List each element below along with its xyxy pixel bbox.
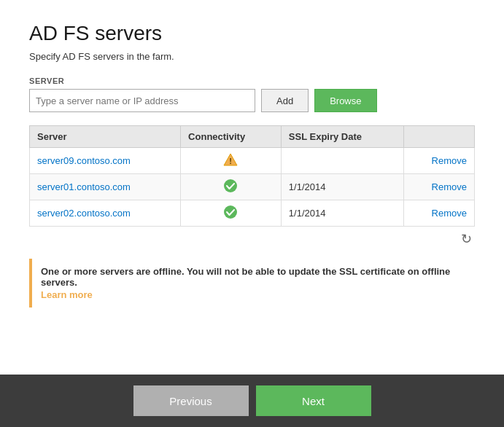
- ok-icon: [223, 179, 238, 193]
- cell-connectivity: !: [181, 148, 282, 174]
- table-row: server01.contoso.com1/1/2014Remove: [30, 174, 475, 200]
- server-input-row: Add Browse: [29, 89, 475, 112]
- warning-icon: !: [223, 152, 238, 167]
- main-content: AD FS servers Specify AD FS servers in t…: [0, 0, 504, 375]
- server-input[interactable]: [29, 89, 255, 112]
- browse-button[interactable]: Browse: [314, 89, 376, 112]
- cell-connectivity: [181, 200, 282, 227]
- cell-remove: Remove: [404, 148, 475, 174]
- cell-connectivity: [181, 174, 282, 200]
- footer: Previous Next: [0, 375, 504, 427]
- server-link[interactable]: server02.contoso.com: [37, 208, 131, 219]
- table-row: server02.contoso.com1/1/2014Remove: [30, 200, 475, 227]
- remove-link[interactable]: Remove: [432, 181, 467, 192]
- col-server: Server: [30, 126, 181, 148]
- previous-button[interactable]: Previous: [133, 385, 249, 416]
- cell-server: server09.contoso.com: [30, 148, 181, 174]
- cell-remove: Remove: [404, 174, 475, 200]
- cell-server: server02.contoso.com: [30, 200, 181, 227]
- warning-text: One or more servers are offline. You wil…: [41, 266, 450, 288]
- remove-link[interactable]: Remove: [432, 208, 467, 219]
- remove-link[interactable]: Remove: [432, 155, 467, 166]
- cell-ssl-expiry: 1/1/2014: [281, 200, 404, 227]
- learn-more-link[interactable]: Learn more: [41, 289, 466, 300]
- col-actions: [404, 126, 475, 148]
- cell-ssl-expiry: 1/1/2014: [281, 174, 404, 200]
- cell-ssl-expiry: [281, 148, 404, 174]
- cell-server: server01.contoso.com: [30, 174, 181, 200]
- ok-icon: [223, 205, 238, 219]
- table-row: server09.contoso.com!Remove: [30, 148, 475, 174]
- page-subtitle: Specify AD FS servers in the farm.: [29, 51, 475, 62]
- server-field-label: SERVER: [29, 77, 475, 85]
- svg-point-3: [224, 205, 237, 219]
- server-link[interactable]: server09.contoso.com: [37, 155, 131, 166]
- refresh-row: ↻: [29, 227, 475, 251]
- cell-remove: Remove: [404, 200, 475, 227]
- svg-text:!: !: [230, 157, 233, 165]
- page-title: AD FS servers: [29, 22, 475, 45]
- add-button[interactable]: Add: [261, 89, 309, 112]
- col-ssl-expiry: SSL Expiry Date: [281, 126, 404, 148]
- server-link[interactable]: server01.contoso.com: [37, 181, 131, 192]
- refresh-icon[interactable]: ↻: [461, 231, 472, 247]
- col-connectivity: Connectivity: [181, 126, 282, 148]
- table-header-row: Server Connectivity SSL Expiry Date: [30, 126, 475, 148]
- warning-box: One or more servers are offline. You wil…: [29, 259, 475, 307]
- next-button[interactable]: Next: [256, 385, 371, 416]
- svg-point-2: [224, 179, 237, 192]
- servers-table: Server Connectivity SSL Expiry Date serv…: [29, 125, 475, 227]
